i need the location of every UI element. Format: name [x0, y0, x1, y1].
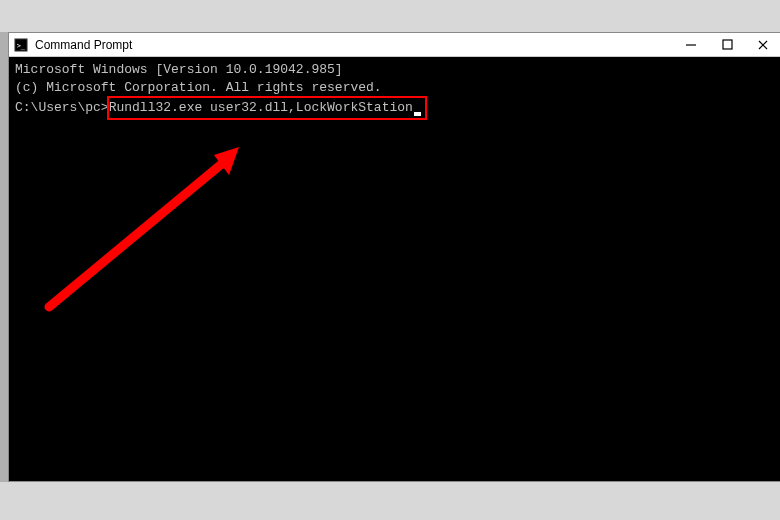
- terminal-output-line: (c) Microsoft Corporation. All rights re…: [15, 79, 776, 97]
- terminal-output-line: Microsoft Windows [Version 10.0.19042.98…: [15, 61, 776, 79]
- terminal-cursor: [414, 112, 421, 116]
- terminal-prompt: C:\Users\pc>: [15, 100, 109, 115]
- close-button[interactable]: [754, 36, 772, 54]
- titlebar[interactable]: >_ Command Prompt: [9, 33, 780, 57]
- titlebar-controls: [682, 36, 778, 54]
- cmd-icon: >_: [13, 37, 29, 53]
- terminal-prompt-line: C:\Users\pc>Rundll32.exe user32.dll,Lock…: [15, 96, 427, 120]
- command-prompt-window: >_ Command Prompt Microsoft Windows [Ver…: [8, 32, 780, 482]
- terminal-body[interactable]: Microsoft Windows [Version 10.0.19042.98…: [9, 57, 780, 481]
- window-title: Command Prompt: [35, 38, 682, 52]
- command-highlight-box: Rundll32.exe user32.dll,LockWorkStation: [107, 96, 427, 120]
- background-top: [0, 0, 780, 32]
- svg-line-8: [49, 162, 224, 307]
- svg-marker-7: [214, 147, 239, 175]
- svg-rect-3: [723, 40, 732, 49]
- minimize-button[interactable]: [682, 36, 700, 54]
- background-bottom: [0, 482, 780, 520]
- annotation-arrow-icon: [29, 147, 259, 317]
- maximize-button[interactable]: [718, 36, 736, 54]
- terminal-command: Rundll32.exe user32.dll,LockWorkStation: [109, 100, 413, 115]
- svg-text:>_: >_: [17, 41, 26, 49]
